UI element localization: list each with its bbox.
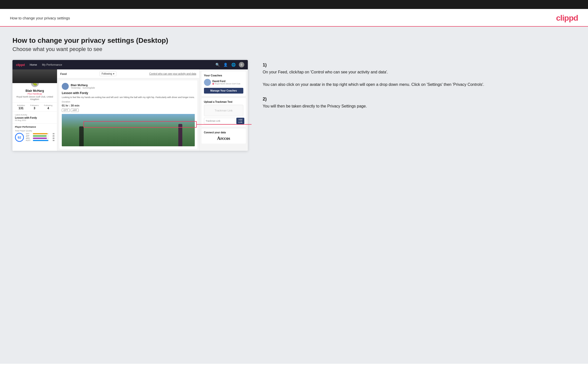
post-tags: OTT APP	[62, 108, 195, 112]
annotation-arrow-line	[197, 124, 252, 125]
instruction-block-1: 1) On your Feed, click/tap on 'Control w…	[263, 62, 576, 88]
search-icon[interactable]: 🔍	[215, 62, 220, 67]
coaches-card: Your Coaches David Ford Royal North Devo…	[201, 71, 246, 96]
coach-club: Royal North Devon Golf Club	[212, 83, 240, 85]
stat-activities-value: 131	[17, 106, 25, 110]
nav-icons: 🔍 👤 🌐 B	[215, 62, 244, 67]
stat-followers-label: Followers	[30, 104, 39, 106]
page-subheading: Choose what you want people to see	[12, 46, 576, 52]
trackman-input[interactable]	[204, 118, 235, 124]
tpq-bar-fill	[33, 135, 47, 137]
coach-club-name: Royal North Devon Golf Club	[215, 83, 240, 85]
app-nav-logo: clippd	[16, 63, 25, 67]
following-btn[interactable]: Following ▾	[99, 71, 117, 76]
player-performance: Player Performance Total Player Quality …	[12, 123, 57, 142]
coach-avatar	[204, 79, 211, 86]
coach-club-dot	[212, 83, 214, 85]
page-heading: How to change your privacy settings (Des…	[12, 37, 576, 45]
header-title: How to change your privacy settings	[10, 16, 70, 20]
golfer-silhouette-1	[79, 126, 84, 146]
coach-info: David Ford Royal North Devon Golf Club	[212, 80, 240, 85]
instruction-1-number: 1)	[263, 62, 576, 68]
tpq-bar-val: 96	[50, 140, 55, 141]
coach-row: David Ford Royal North Devon Golf Club	[204, 79, 243, 86]
latest-activity: Latest Activity Lesson with Fordy 03 Aug…	[12, 114, 57, 121]
tpq-bar-label: ARG	[26, 137, 32, 139]
profile-handicap: Plus Handicap	[12, 93, 57, 95]
nav-item-home[interactable]: Home	[30, 63, 37, 66]
trackman-input-row: Add Link	[204, 118, 243, 124]
latest-activity-date: 03 Aug 2022	[15, 119, 55, 121]
tpq-bar-val: 86	[50, 137, 55, 139]
trackman-placeholder: Trackman Link	[204, 105, 243, 116]
header: How to change your privacy settings clip…	[0, 9, 588, 27]
stat-following-value: 4	[44, 106, 53, 110]
clippd-logo: clippd	[556, 13, 578, 23]
right-sidebar: Your Coaches David Ford Royal North Devo…	[199, 69, 248, 151]
golfer-silhouette-2	[178, 124, 182, 146]
post-author-info: Blair McHarg Yesterday · Sunningdale	[71, 84, 95, 89]
profile-club: Royal North Devon Golf Club, United King…	[12, 96, 57, 101]
post-desc: Looking to feel like my hands are exitin…	[62, 96, 195, 99]
tpq-bar-val: 90	[50, 133, 55, 135]
latest-activity-label: Latest Activity	[15, 114, 55, 116]
tpq-bar-row: OTT 90	[26, 133, 55, 135]
add-link-button[interactable]: Add Link	[236, 118, 245, 124]
profile-name: Blair McHarg	[12, 89, 57, 93]
connect-data-card: Connect your data Arccos	[201, 129, 246, 144]
connect-data-title: Connect your data	[204, 131, 243, 134]
tpq-bar-label: OTT	[26, 133, 32, 135]
manage-coaches-button[interactable]: Manage Your Coaches	[204, 88, 243, 94]
tpq-row: 92 OTT 90 APP 85 ARG	[15, 133, 55, 142]
feed-post: Blair McHarg Yesterday · Sunningdale Les…	[59, 80, 197, 149]
post-author-avatar	[62, 83, 69, 90]
stat-followers-value: 3	[30, 106, 39, 110]
tag-app: APP	[71, 108, 79, 112]
post-duration-value: 01 hr : 30 min	[62, 104, 195, 107]
tpq-label: Total Player Quality	[15, 130, 55, 132]
tpq-bar-track	[33, 133, 49, 134]
instructions-col: 1) On your Feed, click/tap on 'Control w…	[258, 60, 576, 118]
person-icon[interactable]: 👤	[223, 62, 228, 67]
privacy-control-link[interactable]: Control who can see your activity and da…	[149, 72, 196, 75]
post-header: Blair McHarg Yesterday · Sunningdale	[62, 83, 195, 90]
tpq-bar-val: 85	[50, 135, 55, 137]
instruction-block-2: 2) You will then be taken directly to th…	[263, 97, 576, 109]
user-avatar[interactable]: B	[239, 62, 244, 67]
coach-name: David Ford	[212, 80, 240, 83]
nav-item-performance[interactable]: My Performance	[42, 63, 62, 66]
chevron-down-icon: ▾	[113, 72, 114, 75]
tpq-bar-label: APP	[26, 135, 32, 137]
trackman-card: Upload a Trackman Test Trackman Link Add…	[201, 98, 246, 127]
post-image	[62, 114, 195, 146]
profile-sidebar: ⛳ Blair McHarg Plus Handicap Royal North…	[12, 69, 57, 151]
tpq-bar-fill	[33, 133, 48, 134]
main-content: How to change your privacy settings (Des…	[0, 27, 588, 364]
app-nav: clippd Home My Performance 🔍 👤 🌐 B	[12, 60, 248, 69]
tpq-bar-track	[33, 140, 49, 141]
feed-tab[interactable]: Feed	[60, 72, 67, 75]
stat-activities: Activities 131	[17, 104, 25, 110]
arccos-logo: Arccos	[204, 136, 243, 141]
stat-followers: Followers 3	[30, 104, 39, 110]
tpq-bar-row: ARG 86	[26, 137, 55, 139]
stat-following: Following 4	[44, 104, 53, 110]
app-body: ⛳ Blair McHarg Plus Handicap Royal North…	[12, 69, 248, 151]
tpq-bar-fill	[33, 138, 47, 139]
tag-ott: OTT	[62, 108, 70, 112]
profile-banner	[12, 69, 57, 83]
coaches-card-title: Your Coaches	[204, 74, 243, 77]
tpq-bar-track	[33, 135, 49, 137]
latest-activity-value: Lesson with Fordy	[15, 116, 55, 119]
feed-area: Feed Following ▾ Control who can see you…	[57, 69, 199, 151]
tpq-bars: OTT 90 APP 85 ARG 86 PUTT	[26, 133, 55, 142]
globe-icon[interactable]: 🌐	[231, 62, 236, 67]
two-col-layout: clippd Home My Performance 🔍 👤 🌐 B	[12, 60, 576, 151]
footer: Copyright Clippd 2022	[0, 364, 588, 367]
post-meta: Yesterday · Sunningdale	[71, 87, 95, 89]
post-author-name: Blair McHarg	[71, 84, 95, 87]
trackman-title: Upload a Trackman Test	[204, 101, 243, 103]
following-label: Following	[102, 72, 112, 75]
top-bar	[0, 0, 588, 9]
app-mock: clippd Home My Performance 🔍 👤 🌐 B	[12, 60, 248, 151]
